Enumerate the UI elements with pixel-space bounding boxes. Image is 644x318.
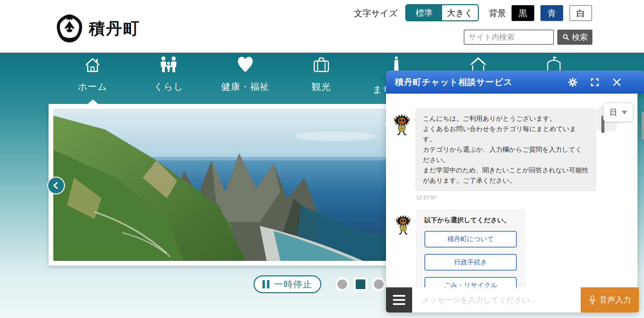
carousel-prev-button[interactable] <box>47 177 65 194</box>
chat-menu-button[interactable] <box>386 287 412 312</box>
chat-message-input[interactable] <box>412 287 581 312</box>
nav-item-kenko-fukushi[interactable]: 健康・福祉 <box>216 55 275 93</box>
heart-icon <box>216 55 275 73</box>
family-icon <box>139 55 198 73</box>
active-nav-pointer <box>87 99 98 104</box>
carousel-dot-3[interactable] <box>372 277 386 291</box>
nav-label-home: ホーム <box>63 81 122 93</box>
category-button-about[interactable]: 積丹町について <box>425 231 517 247</box>
chat-input-bar: 音声入力 <box>386 287 639 312</box>
message-timestamp: 12:27:57 <box>416 194 436 200</box>
site-search-input[interactable] <box>464 30 554 45</box>
language-selector[interactable]: 日 <box>603 103 633 122</box>
pause-button-label: 一時停止 <box>274 278 313 290</box>
settings-gear-icon[interactable] <box>568 77 578 87</box>
page: 積丹町 文字サイズ 標準 大きく 背景 黒 青 白 検索 <box>0 0 644 318</box>
carousel-pause-button[interactable]: 一時停止 <box>254 275 321 293</box>
voice-input-button[interactable]: 音声入力 <box>581 287 639 312</box>
font-size-label: 文字サイズ <box>354 8 398 19</box>
background-blue-button[interactable]: 青 <box>540 5 563 21</box>
nav-label-kurashi: くらし <box>139 81 198 93</box>
chat-title: 積丹町チャット相談サービス <box>395 76 513 88</box>
search-button-label: 検索 <box>572 32 588 43</box>
nav-item-kanko[interactable]: 観光 <box>292 55 351 93</box>
carousel-dot-1[interactable] <box>335 277 349 291</box>
suitcase-icon <box>292 55 351 73</box>
category-button-garbage[interactable]: ごみ・リサイクル <box>425 277 517 287</box>
carousel-dot-2-active[interactable] <box>354 277 367 291</box>
bot-avatar <box>392 114 411 136</box>
font-size-standard-button[interactable]: 標準 <box>406 5 442 20</box>
hamburger-icon <box>393 295 405 297</box>
nav-label-kenko-fukushi: 健康・福祉 <box>216 81 275 93</box>
nav-item-home[interactable]: ホーム <box>63 55 122 93</box>
pause-icon <box>262 280 269 288</box>
background-white-button[interactable]: 白 <box>569 5 592 21</box>
chevron-down-icon <box>622 111 627 114</box>
chat-header: 積丹町チャット相談サービス <box>386 71 644 94</box>
category-prompt: 以下から選択してください。 <box>424 216 517 225</box>
town-logo-icon[interactable] <box>55 14 84 43</box>
search-icon <box>562 33 570 41</box>
chevron-left-icon <box>52 181 61 190</box>
home-icon <box>63 55 122 73</box>
chat-scrollbar-thumb[interactable] <box>642 112 644 139</box>
font-size-large-button[interactable]: 大きく <box>442 5 478 20</box>
font-size-toggle: 標準 大きく <box>405 4 479 21</box>
search-button[interactable]: 検索 <box>557 30 592 45</box>
bot-message-categories: 以下から選択してください。 積丹町について 行政手続き ごみ・リサイクル <box>416 210 525 287</box>
fullscreen-icon[interactable] <box>590 77 600 87</box>
microphone-icon <box>589 295 596 305</box>
bot-avatar <box>394 214 412 235</box>
site-title: 積丹町 <box>89 18 140 40</box>
nav-item-kurashi[interactable]: くらし <box>139 55 198 93</box>
chat-widget: 積丹町チャット相談サービス <box>386 71 644 312</box>
background-black-button[interactable]: 黒 <box>512 5 534 21</box>
nav-label-machi: 観光 <box>292 81 351 93</box>
site-header: 積丹町 文字サイズ 標準 大きく 背景 黒 青 白 検索 <box>0 0 644 53</box>
background-label: 背景 <box>489 8 506 19</box>
language-selector-value: 日 <box>610 107 618 118</box>
close-icon[interactable] <box>612 77 622 87</box>
chat-message-area: 日 <box>386 94 637 287</box>
category-button-procedures[interactable]: 行政手続き <box>425 254 517 271</box>
voice-button-label: 音声入力 <box>600 295 631 305</box>
bot-message-greeting: こんにちは。ご利用ありがとうございます。 よくあるお問い合わせをカテゴリ毎にまと… <box>416 108 596 191</box>
